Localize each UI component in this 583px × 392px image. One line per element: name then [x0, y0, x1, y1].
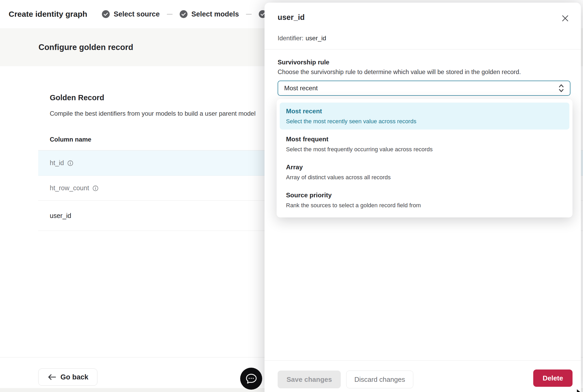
option-source-priority[interactable]: Source priority Rank the sources to sele… [280, 187, 569, 214]
chat-widget-button[interactable] [240, 368, 262, 390]
stepper-connector [246, 14, 252, 15]
option-description: Array of distinct values across all reco… [286, 174, 563, 181]
back-arrow-icon [47, 374, 56, 380]
panel-divider [265, 49, 581, 49]
option-title: Array [286, 163, 563, 171]
info-icon[interactable] [67, 160, 73, 166]
option-title: Most recent [286, 107, 563, 115]
stepper-step-label: Select source [114, 10, 160, 18]
stepper-step-label: Select models [191, 10, 239, 18]
panel-footer-divider [265, 360, 581, 361]
option-description: Rank the sources to select a golden reco… [286, 202, 563, 209]
identifier-detail-panel: user_id Identifier:user_id Survivorship … [265, 3, 581, 392]
select-value: Most recent [284, 85, 318, 92]
option-title: Source priority [286, 191, 563, 199]
identifier-label: Identifier: [278, 35, 304, 42]
option-title: Most frequent [286, 135, 563, 143]
identifier-line: Identifier:user_id [278, 35, 326, 42]
golden-record-description: Compile the best identifiers from your m… [50, 110, 256, 117]
column-name-cell: ht_row_count [50, 184, 89, 192]
column-name-cell: ht_id [50, 159, 64, 167]
option-most-recent[interactable]: Most recent Select the most recently see… [280, 103, 569, 130]
column-name-cell: user_id [50, 212, 71, 220]
check-circle-icon [180, 10, 188, 18]
option-most-frequent[interactable]: Most frequent Select the most frequently… [280, 131, 569, 158]
survivorship-rule-label: Survivorship rule [278, 59, 329, 66]
go-back-button[interactable]: Go back [38, 368, 97, 386]
stepper-step-select-source[interactable]: Select source [102, 10, 160, 18]
delete-button[interactable]: Delete [533, 369, 573, 387]
option-array[interactable]: Array Array of distinct values across al… [280, 159, 569, 186]
golden-record-title: Golden Record [50, 93, 104, 102]
stepper-step-select-models[interactable]: Select models [180, 10, 239, 18]
survivorship-rule-description: Choose the survivorship rule to determin… [278, 69, 521, 76]
survivorship-rule-select[interactable]: Most recent [278, 81, 570, 96]
section-title: Configure golden record [38, 43, 133, 52]
select-updown-icon [558, 83, 565, 93]
page-title: Create identity graph [9, 10, 87, 19]
identifier-value: user_id [306, 35, 326, 42]
close-icon [561, 14, 569, 22]
info-icon[interactable] [92, 185, 98, 191]
discard-changes-button[interactable]: Discard changes [346, 371, 413, 388]
chat-bubble-icon [244, 371, 258, 386]
go-back-label: Go back [60, 373, 89, 381]
check-circle-icon [102, 10, 110, 18]
panel-title: user_id [278, 13, 305, 22]
survivorship-options-menu: Most recent Select the most recently see… [277, 99, 573, 217]
option-description: Select the most frequently occurring val… [286, 146, 563, 153]
option-description: Select the most recently seen value acro… [286, 118, 563, 125]
app-root: Create identity graph Select source Sele… [0, 0, 583, 392]
save-changes-button[interactable]: Save changes [278, 371, 341, 388]
stepper-connector [167, 14, 173, 15]
close-button[interactable] [559, 12, 571, 25]
